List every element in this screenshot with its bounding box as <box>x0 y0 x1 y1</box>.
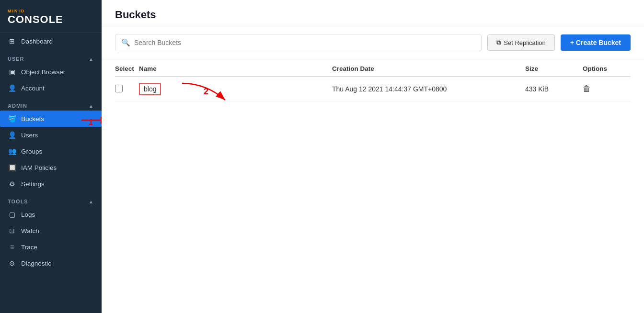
sidebar-item-label: Object Browser <box>21 68 65 76</box>
sidebar-item-account[interactable]: 👤 Account <box>0 80 102 96</box>
chevron-up-icon: ▲ <box>89 56 94 62</box>
bucket-creation-date: Thu Aug 12 2021 14:44:37 GMT+0800 <box>332 85 525 93</box>
search-input[interactable] <box>134 39 475 46</box>
buckets-table: Select Name Creation Date Size Options b… <box>102 59 644 313</box>
sidebar-item-label: Account <box>21 85 45 92</box>
sidebar-item-users[interactable]: 👤 Users <box>0 127 102 143</box>
sidebar-item-iam-policies[interactable]: 🔲 IAM Policies <box>0 159 102 176</box>
replication-icon: ⧉ <box>496 39 501 46</box>
page-header: Buckets <box>102 0 644 26</box>
trace-icon: ≡ <box>8 243 16 251</box>
delete-icon[interactable]: 🗑 <box>583 84 591 93</box>
sidebar-item-dashboard[interactable]: ⊞ Dashboard <box>0 33 102 49</box>
col-options: Options <box>583 65 631 72</box>
iam-icon: 🔲 <box>8 164 16 171</box>
toolbar: 🔍 ⧉ Set Replication + Create Bucket <box>102 26 644 59</box>
sidebar-item-buckets[interactable]: 🪣 Buckets <box>0 111 102 127</box>
logo-mini: MINIO <box>8 9 94 13</box>
sidebar-item-label: Watch <box>21 227 39 235</box>
row-select-cell <box>115 85 139 94</box>
chevron-up-icon: ▲ <box>89 103 94 109</box>
sidebar-item-label: Groups <box>21 148 42 155</box>
col-select: Select <box>115 65 139 72</box>
sidebar-item-trace[interactable]: ≡ Trace <box>0 239 102 255</box>
annotation-arrow-2: 2 <box>177 81 240 107</box>
account-icon: 👤 <box>8 84 16 92</box>
bucket-icon: 🪣 <box>8 115 16 123</box>
sidebar-item-label: Settings <box>21 180 45 188</box>
chevron-up-icon: ▲ <box>89 199 94 204</box>
sidebar-item-label: Diagnostic <box>21 260 51 267</box>
sidebar-item-logs[interactable]: ▢ Logs <box>0 206 102 223</box>
row-checkbox[interactable] <box>115 85 123 92</box>
sidebar-item-label: Buckets <box>21 115 44 123</box>
main-content: Buckets 🔍 ⧉ Set Replication + Create Buc… <box>102 0 644 313</box>
search-box: 🔍 <box>115 34 482 51</box>
search-icon: 🔍 <box>121 38 130 47</box>
bucket-name-cell: blog 2 <box>139 83 332 95</box>
set-replication-button[interactable]: ⧉ Set Replication <box>487 34 554 51</box>
logs-icon: ▢ <box>8 211 16 218</box>
bucket-name[interactable]: blog <box>139 83 161 95</box>
page-title: Buckets <box>115 9 631 21</box>
svg-text:2: 2 <box>204 87 208 96</box>
bucket-options: 🗑 <box>583 84 631 94</box>
object-browser-icon: ▣ <box>8 68 16 76</box>
sidebar: MINIO CONSOLE ⊞ Dashboard USER ▲ ▣ Objec… <box>0 0 102 313</box>
watch-icon: ⊡ <box>8 227 16 235</box>
sidebar-item-groups[interactable]: 👥 Groups <box>0 143 102 159</box>
logo: MINIO CONSOLE <box>0 0 102 33</box>
create-bucket-button[interactable]: + Create Bucket <box>561 34 631 51</box>
sidebar-item-label: Dashboard <box>21 38 53 45</box>
sidebar-section-tools: TOOLS ▲ <box>0 192 102 206</box>
sidebar-item-settings[interactable]: ⚙ Settings <box>0 176 102 192</box>
groups-icon: 👥 <box>8 147 16 155</box>
settings-icon: ⚙ <box>8 180 16 188</box>
set-replication-label: Set Replication <box>504 39 545 46</box>
sidebar-item-label: IAM Policies <box>21 164 57 171</box>
table-row: blog 2 Thu Aug 12 2021 14:44:37 GMT+0800… <box>115 77 631 101</box>
diagnostic-icon: ⊙ <box>8 259 16 267</box>
sidebar-item-diagnostic[interactable]: ⊙ Diagnostic <box>0 255 102 271</box>
sidebar-item-label: Users <box>21 132 38 139</box>
dashboard-icon: ⊞ <box>8 37 16 45</box>
sidebar-item-object-browser[interactable]: ▣ Object Browser <box>0 64 102 80</box>
sidebar-item-watch[interactable]: ⊡ Watch <box>0 223 102 239</box>
users-icon: 👤 <box>8 131 16 139</box>
sidebar-item-label: Logs <box>21 211 35 218</box>
col-creation-date: Creation Date <box>332 65 525 72</box>
annotation-label-1: 1 <box>89 118 93 127</box>
bucket-size: 433 KiB <box>525 85 583 93</box>
col-size: Size <box>525 65 583 72</box>
col-name: Name <box>139 65 332 72</box>
logo-main: CONSOLE <box>8 13 94 26</box>
sidebar-section-user: USER ▲ <box>0 49 102 64</box>
table-header: Select Name Creation Date Size Options <box>115 59 631 77</box>
sidebar-section-admin: ADMIN ▲ <box>0 96 102 111</box>
create-bucket-label: + Create Bucket <box>570 39 621 46</box>
sidebar-item-label: Trace <box>21 244 37 251</box>
